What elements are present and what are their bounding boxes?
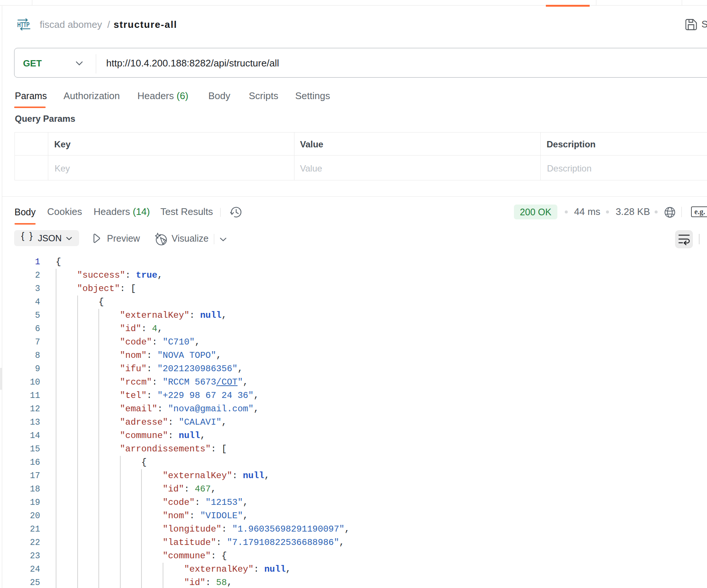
svg-text:HTTP: HTTP bbox=[17, 21, 30, 29]
